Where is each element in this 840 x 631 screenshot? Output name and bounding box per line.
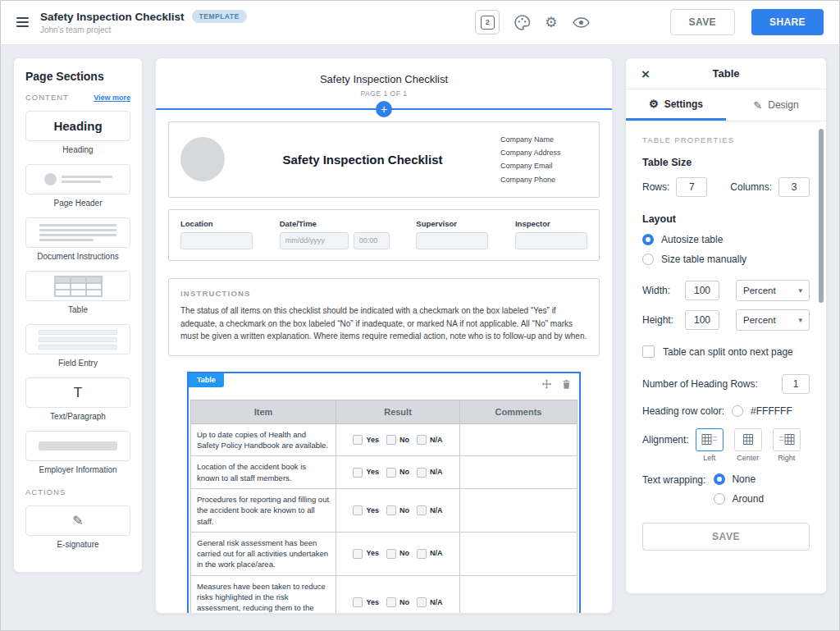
table-header-row: Item Result Comments — [191, 400, 578, 423]
col-header-item[interactable]: Item — [191, 400, 336, 423]
checkbox-yes[interactable] — [353, 435, 363, 445]
comment-cell[interactable] — [460, 575, 578, 614]
date-input[interactable] — [280, 232, 349, 249]
checkbox-na[interactable] — [417, 597, 427, 607]
tab-settings[interactable]: ⚙ Settings — [626, 89, 726, 121]
col-header-result[interactable]: Result — [336, 400, 460, 423]
close-icon[interactable]: × — [637, 66, 654, 82]
item-cell[interactable]: Measures have been taken to reduce risks… — [191, 575, 336, 614]
height-unit-select[interactable]: Percent ▾ — [736, 309, 810, 331]
align-left-button[interactable]: Left — [696, 428, 724, 462]
supervisor-input[interactable] — [416, 232, 488, 249]
comment-cell[interactable] — [460, 532, 578, 575]
scrollbar-thumb[interactable] — [819, 129, 824, 303]
page-header-block[interactable]: Safety Inspection Checklist Company Name… — [168, 121, 600, 198]
text-wrapping-label: Text wrapping: — [642, 474, 705, 486]
trash-icon[interactable] — [561, 379, 572, 390]
eye-icon[interactable] — [573, 17, 590, 28]
add-section-button[interactable]: + — [376, 101, 392, 117]
tab-design[interactable]: ✎ Design — [726, 89, 826, 121]
heading-rows-input[interactable] — [782, 374, 810, 394]
panel-title: Table — [713, 67, 740, 80]
columns-input[interactable] — [778, 177, 810, 197]
pages-icon[interactable]: 2 — [475, 10, 500, 34]
comment-cell[interactable] — [460, 423, 578, 456]
company-info[interactable]: Company Name Company Address Company Ema… — [500, 133, 587, 186]
align-center-button[interactable]: Center — [734, 428, 762, 462]
inspector-input[interactable] — [515, 232, 587, 249]
item-cell[interactable]: Procedures for reporting and filling out… — [191, 488, 336, 532]
palette-icon[interactable] — [514, 15, 530, 30]
autosize-radio[interactable] — [642, 234, 654, 245]
checkbox-na[interactable] — [417, 435, 427, 445]
checkbox-no[interactable] — [386, 597, 396, 607]
share-button[interactable]: SHARE — [751, 9, 824, 35]
sidebar-item-employer-information[interactable]: Employer Information — [25, 431, 130, 474]
item-cell[interactable]: Location of the accident book is known t… — [191, 456, 336, 489]
instructions-text: The status of all items on this checklis… — [180, 304, 587, 343]
rows-input[interactable] — [676, 177, 707, 197]
content-section-label: CONTENT — [25, 93, 69, 102]
align-right-button[interactable]: Right — [773, 428, 801, 462]
pencil-icon: ✎ — [753, 99, 762, 112]
checkbox-no[interactable] — [386, 435, 396, 445]
comment-cell[interactable] — [460, 456, 578, 489]
wrap-around-radio[interactable] — [714, 493, 725, 505]
menu-icon[interactable] — [16, 17, 29, 27]
sidebar-item-text-paragraph[interactable]: T Text/Paragraph — [25, 377, 130, 421]
field-entry-block[interactable]: Location Date/Time Supervisor Inspector — [168, 209, 600, 262]
width-input[interactable] — [685, 281, 719, 300]
gear-icon[interactable]: ⚙ — [545, 16, 557, 30]
page-indicator: PAGE 1 OF 1 — [156, 89, 612, 98]
template-badge: TEMPLATE — [192, 10, 247, 23]
checkbox-no[interactable] — [386, 549, 396, 559]
sidebar-item-page-header[interactable]: Page Header — [25, 164, 130, 208]
checkbox-no[interactable] — [386, 468, 396, 478]
sidebar-item-esignature[interactable]: ✎ E-signature — [25, 505, 130, 549]
inspector-field: Inspector — [515, 219, 587, 250]
item-cell[interactable]: General risk assessment has been carried… — [191, 532, 336, 575]
sidebar-item-table[interactable]: Table — [25, 271, 130, 314]
checkbox-na[interactable] — [417, 549, 427, 559]
width-unit-select[interactable]: Percent ▾ — [736, 280, 810, 301]
location-input[interactable] — [180, 232, 253, 249]
sidebar-item-heading[interactable]: Heading Heading — [25, 111, 130, 154]
move-icon[interactable] — [541, 379, 552, 390]
heading-thumb: Heading — [53, 119, 102, 133]
heading-color-swatch[interactable] — [732, 405, 743, 417]
datetime-field: Date/Time — [280, 219, 390, 250]
checkbox-yes[interactable] — [353, 549, 363, 559]
comment-cell[interactable] — [460, 488, 578, 532]
checkbox-no[interactable] — [386, 505, 396, 515]
panel-save-button[interactable]: SAVE — [642, 523, 810, 551]
col-header-comments[interactable]: Comments — [460, 400, 578, 423]
sidebar-item-field-entry[interactable]: Field Entry — [25, 324, 130, 368]
wrap-none-radio[interactable] — [714, 473, 725, 485]
checkbox-na[interactable] — [417, 468, 427, 478]
table-size-label: Table Size — [642, 157, 810, 168]
height-input[interactable] — [685, 310, 719, 330]
align-center-icon — [734, 428, 762, 451]
checkbox-na[interactable] — [417, 505, 427, 515]
instructions-label: INSTRUCTIONS — [180, 289, 587, 298]
instructions-block[interactable]: INSTRUCTIONS The status of all items on … — [168, 278, 600, 356]
save-button[interactable]: SAVE — [670, 9, 735, 35]
topbar: Safety Inspection Checklist TEMPLATE Joh… — [0, 0, 840, 45]
layout-label: Layout — [642, 213, 810, 225]
checkbox-yes[interactable] — [353, 468, 363, 478]
manual-size-radio[interactable] — [642, 254, 654, 265]
rows-label: Rows: — [642, 181, 669, 193]
view-more-link[interactable]: View more — [94, 94, 130, 102]
document-title[interactable]: Safety Inspection Checklist — [156, 73, 612, 85]
item-cell[interactable]: Up to date copies of Health and Safety P… — [191, 423, 336, 456]
split-checkbox[interactable] — [642, 345, 655, 358]
time-input[interactable] — [354, 232, 390, 249]
table-block[interactable]: Table Item Result Comments — [187, 372, 581, 614]
checkbox-yes[interactable] — [353, 597, 363, 607]
form-heading[interactable]: Safety Inspection Checklist — [233, 153, 492, 167]
checkbox-yes[interactable] — [353, 505, 363, 515]
logo-placeholder[interactable] — [180, 137, 225, 181]
wrap-around-label: Around — [732, 493, 764, 505]
field-entry-thumb — [39, 330, 117, 350]
sidebar-item-document-instructions[interactable]: Document Instructions — [25, 217, 130, 261]
